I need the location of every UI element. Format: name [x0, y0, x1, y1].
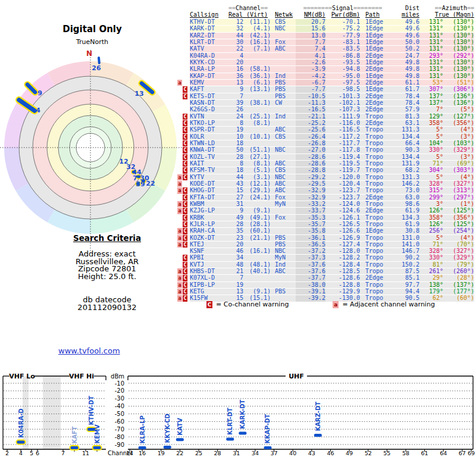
signal-table: ==Channel== ========Signal======== Dist … [177, 5, 475, 302]
axis-label: 16 [139, 450, 146, 456]
search-criteria-heading: Search Criteria [36, 233, 178, 243]
station-bar [314, 434, 322, 437]
station-bar [176, 438, 184, 441]
axis-label: 6 [36, 450, 39, 456]
tvfool-report: Digital Only TrueNorth N9413261232447303… [0, 0, 476, 457]
table-row: KLRA-LP16(58.1)-3.9-94.82Edge49.8131°(13… [177, 66, 475, 72]
axis-label: 67 [459, 450, 466, 456]
table-row: CKTKO-LP8(8.1)-25.2-116.02Edge63.1358°(3… [177, 120, 475, 126]
station-bar-label: KKAP-DT [264, 414, 271, 444]
axis-label: 49 [346, 450, 353, 456]
table-row: KKAP-DT36(36.1)Ind-4.2-95.01Edge49.8131°… [177, 73, 475, 79]
adjacent-channel-warning-icon: a [333, 301, 339, 308]
station-bar-label: KKYK-CD [164, 414, 171, 443]
col-true-magn: True (Magn) [435, 11, 474, 18]
co-channel-warning-label: = Co-channel warning [216, 301, 289, 308]
warning-legend: C = Co-channel warning a = Adjacent chan… [206, 301, 435, 308]
axis-label: 64 [440, 450, 447, 456]
axis-label: -40 [115, 403, 124, 409]
table-row: CKOLR10(10.1)CBS-26.4-117.2Tropo134.45°(… [177, 134, 475, 140]
station-marker-bar [99, 58, 99, 63]
table-row: CKVTJ48(48.1)Ind-37.6-128.4Tropo150.281°… [177, 262, 475, 268]
table-row: CKAFT9(13.1)PBS-7.7-98.51Edge61.7307°(30… [177, 86, 475, 92]
table-row: CKPBI34MyN-37.3-128.2Tropo90.2330°(329°) [177, 255, 475, 261]
table-row: KKYK-CD20-2.6-93.51Edge49.8131°(130°) [177, 60, 475, 65]
table-row: CKJLR-LP28(28.1)-35.7-126.5Tropo61.9126°… [177, 221, 475, 227]
axis-label: VHF Hi [69, 373, 94, 380]
station-bar [239, 431, 246, 434]
station-bar [17, 440, 25, 443]
col-nm: NM(dB) [304, 11, 325, 18]
table-row: CKTWN-LD18-26.8-117.7Tropo66.4104°(103°) [177, 140, 475, 146]
station-bar [71, 446, 79, 449]
axis-label: -30 [115, 395, 124, 402]
axis-label: 37 [270, 450, 277, 456]
table-row: aCKZJG-LP9(9.1)-33.7-124.62Edge61.9126°(… [177, 208, 475, 214]
radar-title: Digital Only [24, 24, 161, 35]
station-channel-label: 22 [146, 180, 155, 187]
co-channel-warning-icon: C [206, 301, 212, 308]
axis-label: VHF Lo [9, 373, 35, 380]
col-pwr: Pwr(dBm) [331, 11, 360, 18]
table-row: CKVTN24(25.1)Ind-21.1-111.9Tropo81.3129°… [177, 114, 475, 120]
station-channel-label: 13 [134, 90, 143, 98]
north-label: N [86, 49, 92, 58]
signal-group-header: ========Signal======== [296, 5, 390, 11]
axis-label: 31 [233, 450, 240, 456]
tvfool-link[interactable]: www.tvfool.com [58, 346, 120, 355]
axis-label: 69 [468, 450, 475, 456]
table-row: aCK07XL-D7-37.7-128.62Edge85.129°(28°) [177, 275, 475, 281]
axis-label: 43 [308, 450, 315, 456]
axis-label: 40 [289, 450, 296, 456]
table-row: CKOZL-TV28(27.1)-28.6-119.4Tropo134.45°(… [177, 154, 475, 160]
table-row: aCKYTV44(3.1)NBC-29.2-120.0Tropo131.35°(… [177, 174, 475, 180]
station-bar-label: KTHV-DT [88, 396, 95, 425]
axis-label: 55 [383, 450, 390, 456]
station-bar-label: KLRT-DT [227, 408, 233, 435]
spectrum-chart: -10-20-30-40-50-60-70-80-90VHF LoVHF HiU… [0, 368, 476, 457]
station-bar-label: KATV [177, 418, 183, 436]
axis-label: 46 [327, 450, 334, 456]
table-row: KASN-DT39(38.1)CW-11.3-102.12Edge78.4137… [177, 100, 475, 106]
axis-label: UHF [289, 373, 304, 380]
axis-label: -80 [115, 434, 124, 440]
station-channel-label: 26 [92, 64, 101, 72]
axis-label: 58 [402, 450, 409, 456]
axis-label: -10 [115, 380, 124, 387]
axis-label: 28 [214, 450, 221, 456]
table-row: KARZ-DT44(42.1)13.0-77.91Edge49.6131°(13… [177, 33, 475, 39]
table-column-headers: Callsign Real (Virt) Netwk NM(dB) Pwr(dB… [177, 12, 475, 18]
col-path: Path [365, 11, 380, 18]
station-bar-label: KARK-DT [239, 399, 246, 429]
col-callsign: Callsign [190, 11, 218, 18]
table-row: K26GS-D26-16.5-107.32Edge57.97°(5°) [177, 107, 475, 112]
axis-label: 19 [158, 450, 165, 456]
table-row: aCKHBS-DT21(40.1)ABC-37.6-128.5Tropo87.5… [177, 268, 475, 274]
table-row: CKRBK49(49.1)Fox-35.3-126.1Tropo134.3358… [177, 215, 475, 221]
station-bar-label: KAFT [71, 426, 78, 443]
axis-label: 11 [82, 450, 89, 456]
channel-group-header: ==Channel== [226, 5, 271, 11]
col-netwk: Netwk [275, 11, 293, 18]
axis-label: 2 [5, 450, 9, 456]
search-height: Height: 25.0 ft. [36, 273, 178, 281]
station-bar-label: K04RA-D [18, 408, 24, 438]
col-miles: miles [402, 11, 419, 18]
station-channel-label: 39 [136, 180, 145, 188]
station-bar [93, 446, 101, 449]
dist-group-header: Dist [390, 5, 419, 11]
table-row: KSNF46(16.1)NBC-37.2-128.0Tropo146.7328°… [177, 248, 475, 254]
station-bar [139, 446, 146, 449]
table-row: KLRT-DT30(16.1)Fox7.7-83.11Edge50.0131°(… [177, 39, 475, 45]
table-row: aKEMV13(6.1)PBS-6.7-97.52Edge61.153°(51°… [177, 80, 475, 86]
axis-label: 22 [176, 450, 183, 456]
station-channel-label: 9 [37, 89, 42, 97]
table-row: aCKIPB-LP19-38.0-128.8Tropo97.7138°(137°… [177, 282, 475, 288]
axis-label: -90 [115, 442, 124, 448]
station-bar-label: KEMV [94, 424, 101, 444]
axis-label: dBm [111, 373, 124, 380]
adjacent-channel-warning-label: = Adjacent channel warning [342, 301, 435, 308]
table-row: aCKOZK-DT23(21.1)PBS-36.1-126.9Tropo131.… [177, 235, 475, 241]
axis-label: 25 [195, 450, 202, 456]
axis-label: 61 [421, 450, 428, 456]
